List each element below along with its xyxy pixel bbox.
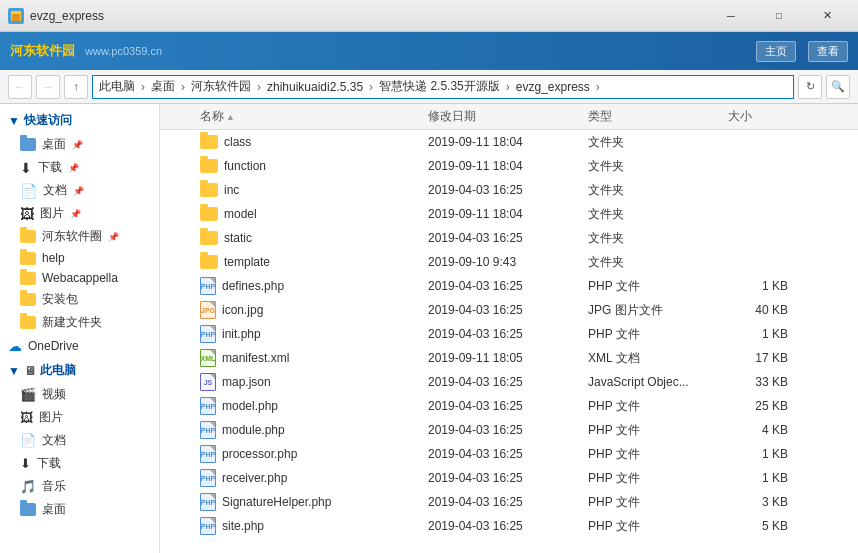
maximize-button[interactable]: □ [756,3,802,29]
folder-icon [20,293,36,306]
pics-icon: 🖼 [20,206,34,222]
svg-rect-1 [12,14,20,21]
col-header-type[interactable]: 类型 [580,108,720,125]
address-segment-evzg: evzg_express [516,80,590,94]
window-icon [8,8,24,24]
file-row[interactable]: inc 2019-04-03 16:25 文件夹 [160,178,858,202]
col-header-date[interactable]: 修改日期 [420,108,580,125]
file-type-cell: PHP 文件 [580,518,720,535]
sidebar-item-pictures[interactable]: 🖼 图片 [0,406,159,429]
quick-access-header[interactable]: ▼ 快速访问 [0,108,159,133]
file-row[interactable]: PHP processor.php 2019-04-03 16:25 PHP 文… [160,442,858,466]
sidebar-item-download[interactable]: ⬇ 下载 📌 [0,156,159,179]
downloads-icon: ⬇ [20,456,31,471]
folder-icon [20,272,36,285]
file-row[interactable]: static 2019-04-03 16:25 文件夹 [160,226,858,250]
main-area: ▼ 快速访问 桌面 📌 ⬇ 下载 📌 📄 文档 📌 🖼 图片 📌 河东软件圈 📌 [0,104,858,553]
file-date-cell: 2019-04-03 16:25 [420,303,580,317]
sidebar-item-desktop2[interactable]: 桌面 [0,498,159,521]
col-header-name[interactable]: 名称 ▲ [160,108,420,125]
sidebar-item-downloads[interactable]: ⬇ 下载 [0,452,159,475]
file-size-cell: 4 KB [720,423,800,437]
sidebar-item-hedong[interactable]: 河东软件圈 📌 [0,225,159,248]
file-name: map.json [222,375,271,389]
file-row[interactable]: class 2019-09-11 18:04 文件夹 [160,130,858,154]
file-row[interactable]: JS map.json 2019-04-03 16:25 JavaScript … [160,370,858,394]
banner-btn-home[interactable]: 主页 [756,41,796,62]
this-pc-header[interactable]: ▼ 🖥 此电脑 [0,358,159,383]
php-file-icon: PHP [200,277,216,295]
sidebar-onedrive[interactable]: ☁ OneDrive [0,334,159,358]
sidebar-item-install[interactable]: 安装包 [0,288,159,311]
php-file-icon: PHP [200,469,216,487]
sidebar-item-pics[interactable]: 🖼 图片 📌 [0,202,159,225]
file-row[interactable]: JPG icon.jpg 2019-04-03 16:25 JPG 图片文件 4… [160,298,858,322]
file-name-cell: PHP init.php [160,325,420,343]
sidebar-item-desktop1[interactable]: 桌面 📌 [0,133,159,156]
sidebar-item-label: 文档 [42,432,66,449]
pin-icon: 📌 [68,163,79,173]
banner-right: 主页 查看 [756,41,848,62]
sidebar-item-help[interactable]: help [0,248,159,268]
file-type-cell: JavaScript Objec... [580,375,720,389]
file-date-cell: 2019-04-03 16:25 [420,423,580,437]
folder-icon [20,252,36,265]
file-row[interactable]: function 2019-09-11 18:04 文件夹 [160,154,858,178]
sidebar-item-webacappella[interactable]: Webacappella [0,268,159,288]
col-size-label: 大小 [728,108,752,125]
quick-access-arrow: ▼ [8,114,20,128]
sidebar-item-label: help [42,251,65,265]
file-row[interactable]: XML manifest.xml 2019-09-11 18:05 XML 文档… [160,346,858,370]
back-button[interactable]: ← [8,75,32,99]
file-row[interactable]: PHP site.php 2019-04-03 16:25 PHP 文件 5 K… [160,514,858,538]
file-row[interactable]: PHP defines.php 2019-04-03 16:25 PHP 文件 … [160,274,858,298]
file-row[interactable]: model 2019-09-11 18:04 文件夹 [160,202,858,226]
close-button[interactable]: ✕ [804,3,850,29]
title-bar: evzg_express ─ □ ✕ [0,0,858,32]
folder-icon [200,231,218,245]
sidebar-item-newfolder[interactable]: 新建文件夹 [0,311,159,334]
col-header-size[interactable]: 大小 [720,108,800,125]
folder-icon [200,255,218,269]
file-name-cell: PHP model.php [160,397,420,415]
sidebar-item-documents[interactable]: 📄 文档 [0,429,159,452]
file-date-cell: 2019-09-11 18:04 [420,135,580,149]
sidebar-item-music[interactable]: 🎵 音乐 [0,475,159,498]
forward-button[interactable]: → [36,75,60,99]
quick-access-label: 快速访问 [24,112,72,129]
file-type-cell: 文件夹 [580,134,720,151]
video-icon: 🎬 [20,387,36,402]
file-name: processor.php [222,447,297,461]
this-pc-label: 🖥 [24,364,36,378]
up-button[interactable]: ↑ [64,75,88,99]
php-file-icon: PHP [200,445,216,463]
file-row[interactable]: PHP SignatureHelper.php 2019-04-03 16:25… [160,490,858,514]
file-size-cell: 3 KB [720,495,800,509]
sidebar-item-docs[interactable]: 📄 文档 📌 [0,179,159,202]
file-name-cell: model [160,207,420,221]
file-row[interactable]: PHP module.php 2019-04-03 16:25 PHP 文件 4… [160,418,858,442]
file-name-cell: PHP defines.php [160,277,420,295]
search-input-btn[interactable]: 🔍 [826,75,850,99]
sidebar-item-video[interactable]: 🎬 视频 [0,383,159,406]
file-rows: class 2019-09-11 18:04 文件夹 function 2019… [160,130,858,538]
file-name: defines.php [222,279,284,293]
file-name: static [224,231,252,245]
file-name-cell: XML manifest.xml [160,349,420,367]
file-row[interactable]: PHP receiver.php 2019-04-03 16:25 PHP 文件… [160,466,858,490]
minimize-button[interactable]: ─ [708,3,754,29]
address-bar[interactable]: 此电脑 › 桌面 › 河东软件园 › zhihuikuaidi2.5.35 › … [92,75,794,99]
file-date-cell: 2019-09-11 18:05 [420,351,580,365]
refresh-button[interactable]: ↻ [798,75,822,99]
file-row[interactable]: PHP model.php 2019-04-03 16:25 PHP 文件 25… [160,394,858,418]
file-size-cell: 1 KB [720,447,800,461]
sidebar-item-label: 桌面 [42,136,66,153]
col-type-label: 类型 [588,108,612,125]
file-name: module.php [222,423,285,437]
file-row[interactable]: template 2019-09-10 9:43 文件夹 [160,250,858,274]
xml-file-icon: XML [200,349,216,367]
sidebar-item-label: 图片 [40,205,64,222]
file-date-cell: 2019-04-03 16:25 [420,279,580,293]
banner-btn-view[interactable]: 查看 [808,41,848,62]
file-row[interactable]: PHP init.php 2019-04-03 16:25 PHP 文件 1 K… [160,322,858,346]
